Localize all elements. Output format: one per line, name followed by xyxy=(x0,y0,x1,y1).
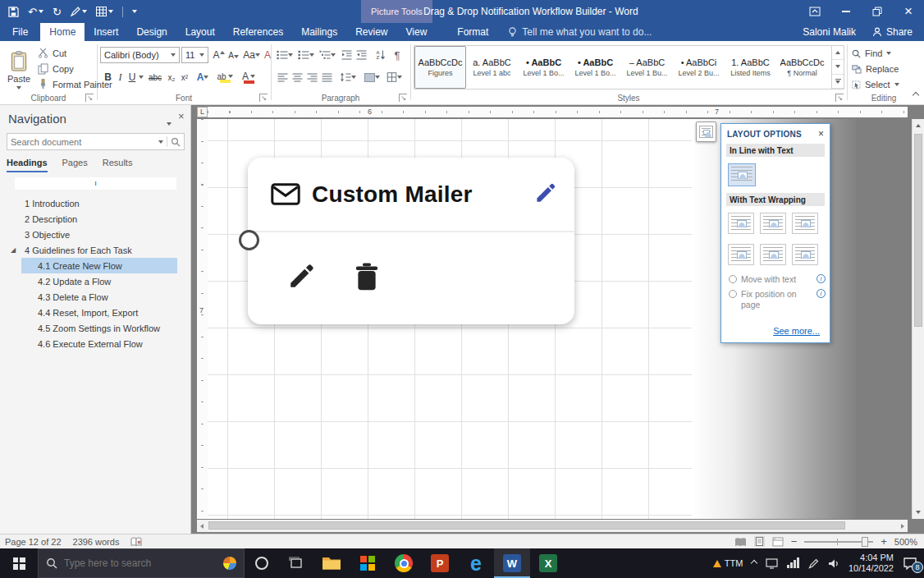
styles-dialog-launcher[interactable]: ↘ xyxy=(835,94,844,102)
undo-caret-icon[interactable] xyxy=(39,10,43,13)
decrease-indent-button[interactable] xyxy=(340,47,354,63)
shading-button[interactable] xyxy=(362,69,382,85)
fix-position-option[interactable]: Fix position on page i xyxy=(721,285,830,310)
page-indicator[interactable]: Page 12 of 22 xyxy=(5,537,62,547)
collapse-triangle-icon[interactable]: ◢ xyxy=(11,246,16,254)
style-item[interactable]: • AaBbCLevel 1 Bo... xyxy=(518,46,569,89)
navigation-options-caret-icon[interactable] xyxy=(167,117,172,128)
align-right-button[interactable] xyxy=(305,69,318,85)
taskbar-app-microsoft-store[interactable] xyxy=(350,548,386,578)
tab-format[interactable]: Format xyxy=(448,23,497,41)
font-size-combo[interactable]: 11 xyxy=(181,47,208,63)
styles-more-button[interactable] xyxy=(832,75,844,89)
nav-item[interactable]: 4.2 Update a Flow xyxy=(0,273,190,289)
tab-view[interactable]: View xyxy=(397,23,437,41)
style-item[interactable]: • AaBbCiLevel 2 Bu... xyxy=(673,46,725,89)
nav-item-blank[interactable]: I xyxy=(15,177,176,190)
clock[interactable]: 4:04 PM 10/14/2022 xyxy=(849,553,894,574)
tab-design[interactable]: Design xyxy=(127,23,176,41)
paragraph-dialog-launcher[interactable]: ↘ xyxy=(399,94,407,102)
style-item[interactable]: AaBbCcDc¶ Normal xyxy=(776,46,828,89)
styles-scroll-up[interactable] xyxy=(832,46,844,60)
highlight-button[interactable]: ab xyxy=(214,69,236,85)
tab-layout[interactable]: Layout xyxy=(176,23,224,41)
nav-item[interactable]: 1 Introduction xyxy=(0,195,190,211)
wrap-in-front-icon[interactable] xyxy=(792,244,818,265)
font-name-combo[interactable]: Calibri (Body) xyxy=(100,47,180,63)
taskbar-app-powerpoint[interactable]: P xyxy=(422,548,458,578)
nav-tab-headings[interactable]: Headings xyxy=(7,158,48,172)
styles-scroll-down[interactable] xyxy=(832,60,844,74)
scroll-up-icon[interactable] xyxy=(916,124,921,127)
strikethrough-button[interactable]: abc xyxy=(146,69,164,85)
tab-insert[interactable]: Insert xyxy=(85,23,127,41)
minimize-button[interactable] xyxy=(830,0,862,23)
paste-button[interactable]: Paste xyxy=(3,45,34,94)
taskbar-search-box[interactable] xyxy=(38,548,245,578)
nav-item[interactable]: 4.6 Execute External Flow xyxy=(0,336,190,351)
select-button[interactable]: Select xyxy=(852,80,899,89)
account-name[interactable]: Saloni Malik xyxy=(803,26,856,38)
wrap-inline-icon[interactable] xyxy=(728,163,756,186)
text-effects-button[interactable]: A xyxy=(196,69,209,85)
shrink-font-button[interactable]: A xyxy=(226,47,240,63)
find-button[interactable]: Find xyxy=(852,48,891,58)
nav-item[interactable]: ◢ 4 Guidelines for Each Task xyxy=(0,242,190,258)
radio-icon[interactable] xyxy=(729,275,737,283)
vertical-scrollbar[interactable] xyxy=(912,119,924,519)
tab-file[interactable]: File xyxy=(0,23,40,41)
horizontal-ruler[interactable]: 6 7 xyxy=(208,107,908,117)
zoom-slider[interactable] xyxy=(804,537,873,547)
collapse-ribbon-button[interactable] xyxy=(913,89,918,100)
word-count[interactable]: 2396 words xyxy=(73,537,120,547)
search-highlights-icon[interactable] xyxy=(223,557,236,570)
zoom-in-button[interactable]: + xyxy=(881,535,887,548)
node-connector-handle[interactable] xyxy=(239,230,259,250)
info-icon[interactable]: i xyxy=(817,289,826,298)
ribbon-display-options-icon[interactable] xyxy=(799,0,830,23)
close-button[interactable]: × xyxy=(893,0,924,23)
workflow-node-card[interactable]: Custom Mailer xyxy=(248,158,574,324)
multilevel-list-button[interactable] xyxy=(318,47,336,63)
nav-tab-pages[interactable]: Pages xyxy=(62,158,88,172)
delete-action-icon[interactable] xyxy=(355,262,379,292)
zoom-level[interactable]: 500% xyxy=(894,537,917,547)
customize-qat-icon[interactable] xyxy=(132,10,137,13)
proofing-icon[interactable] xyxy=(130,537,142,547)
superscript-button[interactable]: x² xyxy=(178,69,191,85)
notification-center-button[interactable]: 8 xyxy=(903,557,917,570)
tray-display-icon[interactable] xyxy=(766,558,778,569)
print-layout-icon[interactable] xyxy=(754,536,765,547)
cortana-button[interactable] xyxy=(245,548,279,578)
increase-indent-button[interactable] xyxy=(355,47,368,63)
vertical-ruler[interactable]: 7 xyxy=(197,119,208,519)
restore-button[interactable] xyxy=(862,0,893,23)
layout-options-launcher-button[interactable] xyxy=(696,122,716,142)
nav-item[interactable]: 4.3 Delete a Flow xyxy=(0,289,190,305)
vertical-scroll-thumb[interactable] xyxy=(914,134,922,327)
horizontal-scrollbar[interactable] xyxy=(197,520,908,532)
cut-button[interactable]: Cut xyxy=(38,48,66,58)
wrap-behind-text-icon[interactable] xyxy=(760,244,786,265)
edit-action-icon[interactable] xyxy=(287,263,315,291)
see-more-link[interactable]: See more... xyxy=(773,326,820,336)
tab-home[interactable]: Home xyxy=(40,23,85,41)
tab-selector[interactable]: L xyxy=(197,107,208,117)
tray-pen-icon[interactable] xyxy=(808,558,819,569)
taskbar-app-file-explorer[interactable] xyxy=(313,548,350,578)
underline-caret[interactable] xyxy=(138,69,144,85)
horizontal-scroll-thumb[interactable] xyxy=(208,521,845,530)
tab-review[interactable]: Review xyxy=(346,23,396,41)
font-dialog-launcher[interactable]: ↘ xyxy=(259,94,268,102)
hidden-icons-chevron-icon[interactable] xyxy=(751,560,757,567)
network-signal-icon[interactable] xyxy=(787,558,799,568)
clipboard-dialog-launcher[interactable]: ↘ xyxy=(85,94,94,102)
font-color-button[interactable]: A xyxy=(238,69,259,85)
share-button[interactable]: Share xyxy=(872,26,913,38)
replace-button[interactable]: Replace xyxy=(852,64,899,74)
style-item[interactable]: • AaBbCLevel 1 Bo... xyxy=(569,46,621,89)
wrap-tight-icon[interactable] xyxy=(760,213,786,234)
taskbar-app-chrome[interactable] xyxy=(386,548,422,578)
volume-icon[interactable] xyxy=(828,558,839,569)
redo-icon[interactable]: ↻ xyxy=(53,7,62,17)
